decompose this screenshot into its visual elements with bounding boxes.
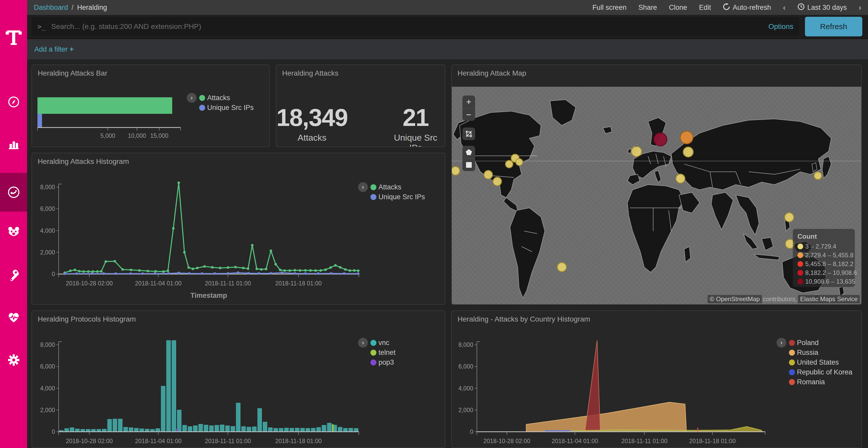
legend-color-dot <box>798 244 803 249</box>
svg-text:2018-11-18 01:00: 2018-11-18 01:00 <box>689 438 736 444</box>
legend-label[interactable]: Romania <box>797 378 825 386</box>
zoom-out-button[interactable]: − <box>462 108 475 121</box>
draw-polygon-button[interactable] <box>462 146 475 159</box>
legend-item: Unique Src IPs <box>187 103 254 112</box>
auto-refresh-button[interactable]: Auto-refresh <box>723 3 771 12</box>
attack-map-marker[interactable] <box>631 146 642 157</box>
share-button[interactable]: Share <box>638 4 657 12</box>
legend-label[interactable]: Republic of Korea <box>797 368 852 376</box>
protocols-bar-chart[interactable]: 02,0004,0006,0008,0002018-10-28 02:00201… <box>40 336 383 448</box>
options-link[interactable]: Options <box>769 23 794 31</box>
sidebar-item-tpot[interactable] <box>0 213 27 252</box>
edit-button[interactable]: Edit <box>699 4 711 12</box>
attack-map-marker[interactable] <box>784 212 794 222</box>
legend-item: Russia <box>777 348 852 357</box>
panel-title: Heralding - Attacks by Country Histogram <box>458 315 590 323</box>
attack-map-marker[interactable] <box>680 131 693 144</box>
top-navbar: Dashboard / Heralding Full screen Share … <box>27 0 868 15</box>
legend-label[interactable]: Attacks <box>378 183 401 191</box>
svg-text:2018-10-28 02:00: 2018-10-28 02:00 <box>66 280 113 287</box>
map-legend-bucket: 8,182.2 – 10,908.6 <box>798 268 855 277</box>
svg-text:6,000: 6,000 <box>40 363 55 370</box>
attack-map-marker[interactable] <box>676 174 685 183</box>
legend-item: ›Attacks <box>358 182 425 192</box>
panel-title: Heralding Attack Map <box>458 69 526 77</box>
svg-text:8,000: 8,000 <box>40 184 55 191</box>
sidebar-item-monitoring[interactable] <box>0 298 27 337</box>
bear-icon <box>7 226 20 239</box>
legend-label[interactable]: Russia <box>797 349 818 357</box>
chart-legend: ›AttacksUnique Src IPs <box>187 93 254 112</box>
metric-value: 18,349 <box>276 104 348 132</box>
ems-attribution-link[interactable]: Elastic Maps Service <box>798 295 860 303</box>
legend-color-dot <box>789 340 795 346</box>
legend-color-dot <box>789 379 795 385</box>
legend-label[interactable]: Unique Src IPs <box>378 193 425 201</box>
clone-button[interactable]: Clone <box>669 4 687 12</box>
sidebar-item-dev-tools[interactable] <box>0 255 27 294</box>
map-fit-control <box>462 128 475 140</box>
svg-text:2,000: 2,000 <box>40 407 55 413</box>
sidebar-item-visualize[interactable] <box>0 125 27 164</box>
full-screen-button[interactable]: Full screen <box>592 4 626 12</box>
legend-label[interactable]: Attacks <box>207 94 230 102</box>
kibana-dashboard-screen: Dashboard / Heralding Full screen Share … <box>0 0 868 448</box>
attacks-line-chart[interactable]: 02,0004,0006,0008,0002018-10-28 02:00201… <box>40 178 383 299</box>
zoom-in-button[interactable]: + <box>462 96 475 108</box>
svg-text:4,000: 4,000 <box>40 227 55 234</box>
svg-text:2018-11-11 01:00: 2018-11-11 01:00 <box>205 438 251 444</box>
svg-text:6,000: 6,000 <box>458 363 473 370</box>
search-input[interactable] <box>51 22 768 31</box>
legend-expand-button[interactable]: › <box>777 338 786 348</box>
sidebar-item-dashboard[interactable] <box>0 173 27 212</box>
legend-label[interactable]: Poland <box>797 339 819 347</box>
svg-text:Timestamp: Timestamp <box>190 291 227 299</box>
legend-expand-button[interactable]: › <box>187 93 196 103</box>
panel-title: Heralding Attacks Histogram <box>38 158 129 166</box>
svg-text:4,000: 4,000 <box>40 385 55 392</box>
svg-text:2018-11-04 01:00: 2018-11-04 01:00 <box>135 438 182 444</box>
time-range-picker[interactable]: Last 30 days <box>798 3 847 12</box>
attack-map-marker[interactable] <box>516 158 523 166</box>
svg-text:2018-11-04 01:00: 2018-11-04 01:00 <box>552 438 598 444</box>
legend-color-dot <box>789 369 795 375</box>
t-mobile-logo-icon[interactable] <box>0 10 27 65</box>
svg-text:4,000: 4,000 <box>458 385 473 392</box>
svg-text:0: 0 <box>52 271 55 277</box>
sidebar-item-management[interactable] <box>0 341 27 379</box>
country-area-chart[interactable]: 02,0004,0006,0008,0002018-10-28 02:00201… <box>452 336 782 448</box>
refresh-button[interactable]: Refresh <box>805 17 862 36</box>
legend-label[interactable]: United States <box>797 358 839 367</box>
time-forward-chevron[interactable]: › <box>859 3 861 12</box>
osm-attribution-link[interactable]: © OpenStreetMap <box>708 295 762 303</box>
legend-color-dot <box>370 184 376 190</box>
legend-expand-button[interactable]: › <box>358 182 368 192</box>
fit-bounds-icon[interactable] <box>462 128 475 140</box>
legend-expand-button[interactable]: › <box>358 338 368 348</box>
breadcrumb-dashboard-link[interactable]: Dashboard <box>34 4 68 12</box>
attack-map-marker[interactable] <box>814 172 822 180</box>
draw-rectangle-button[interactable] <box>462 159 475 171</box>
legend-label[interactable]: vnc <box>378 339 389 347</box>
legend-item: telnet <box>358 348 396 357</box>
legend-color-dot <box>370 340 376 346</box>
legend-label[interactable]: telnet <box>378 349 396 357</box>
world-map[interactable]: + − <box>452 87 862 305</box>
attack-map-marker[interactable] <box>557 262 567 272</box>
legend-label[interactable]: pop3 <box>378 358 394 367</box>
time-back-chevron[interactable]: ‹ <box>783 3 785 12</box>
svg-text:15,000: 15,000 <box>150 132 168 139</box>
sidebar-item-discover[interactable] <box>0 82 27 121</box>
legend-color-dot <box>199 95 205 101</box>
legend-label[interactable]: Unique Src IPs <box>207 104 254 112</box>
attack-map-marker[interactable] <box>493 177 502 186</box>
legend-item: pop3 <box>358 357 396 367</box>
legend-color-dot <box>798 261 803 267</box>
metric-label: Unique Src IPs <box>386 133 445 147</box>
breadcrumb-separator: / <box>71 4 74 12</box>
add-filter-link[interactable]: Add a filter + <box>34 45 74 54</box>
attack-map-marker[interactable] <box>653 132 667 146</box>
legend-item: Republic of Korea <box>777 367 852 377</box>
metric-label: Attacks <box>276 133 348 143</box>
terminal-prompt-icon: >_ <box>37 23 45 30</box>
